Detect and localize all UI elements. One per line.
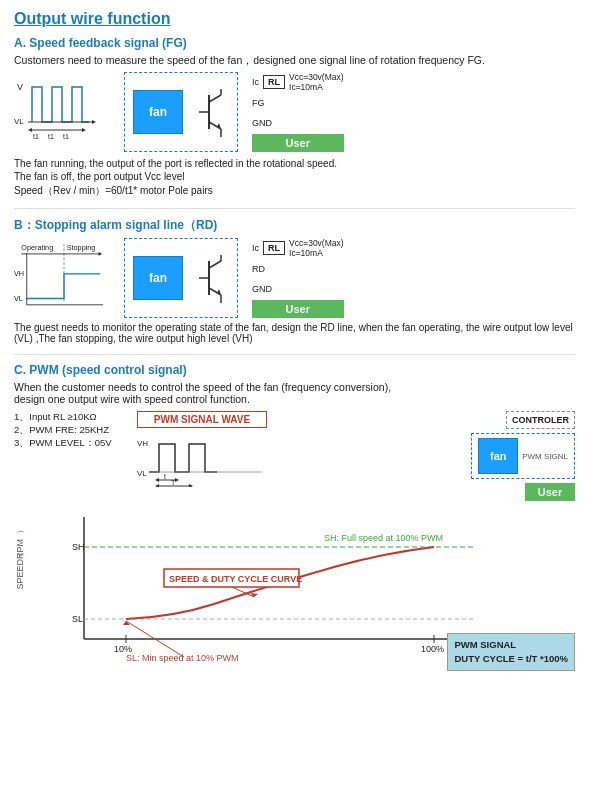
rd-label-b: RD [252, 264, 344, 274]
gnd-label-b: GND [252, 284, 344, 294]
y-axis-label: SPEED（RPM） [14, 539, 27, 590]
svg-marker-21 [99, 252, 103, 256]
svg-marker-40 [155, 484, 159, 487]
fan-label-a: fan [149, 105, 167, 119]
ic-label-b: Ic [252, 243, 259, 253]
speed-curve-container: SPEED（RPM） SH SL 10% 100% Duty [14, 509, 575, 671]
pwm-params: 1、Input RL ≥10KΩ 2、PWM FRE: 25KHZ 3、PWM … [14, 411, 129, 450]
note-a-3: Speed（Rev / min）=60/t1* motor Pole pairs [14, 184, 575, 198]
circuit-c-fan-box: fan PWM SIGNL [471, 433, 575, 479]
user-box-b: User [252, 300, 344, 318]
svg-marker-41 [189, 484, 193, 487]
rl-label-b: RL [268, 243, 280, 253]
section-b-title: B：Stopping alarm signal line（RD) [14, 217, 575, 234]
ic-val-a: Ic=10mA [289, 82, 344, 92]
user-box-c: User [525, 483, 575, 501]
speed-rpm-label: SPEED（RPM） [15, 539, 25, 590]
svg-text:VL: VL [14, 294, 23, 303]
svg-text:SL: SL [72, 614, 83, 624]
page-title: Output wire function [14, 10, 575, 28]
svg-text:T: T [171, 479, 176, 486]
gnd-label-a: GND [252, 118, 344, 128]
pwm-wave-area: PWM SIGNAL WAVE VH VL t T [137, 411, 267, 489]
rl-box-b: RL [263, 241, 285, 255]
svg-marker-58 [250, 593, 258, 597]
section-a: A. Speed feedback signal (FG) Customers … [14, 36, 575, 198]
pwm-badge: PWM SIGNAL DUTY CYCLE = t/T *100% [447, 633, 575, 672]
fan-box-c: fan [478, 438, 518, 474]
section-c: C. PWM (speed control signal) When the c… [14, 363, 575, 671]
pwm-badge-line1: PWM SIGNAL [454, 638, 568, 652]
circuit-a-right: Ic RL Vcc=30v(Max) Ic=10mA FG GND User [252, 72, 344, 152]
section-a-desc: Customers need to measure the speed of t… [14, 54, 575, 68]
ic-val-b: Ic=10mA [289, 248, 344, 258]
note-a-2: The fan is off, the port output Vcc leve… [14, 171, 575, 182]
rl-label-a: RL [268, 77, 280, 87]
pwm-waveform: VH VL t T [137, 432, 267, 487]
svg-text:t1: t1 [33, 133, 39, 140]
waveform-b-diagram: Operating Stopping VH VL [14, 238, 114, 318]
section-a-content: V VL t1 t1 t1 fan [14, 72, 575, 152]
circuit-a-fan-box: fan [124, 72, 238, 152]
svg-marker-9 [92, 120, 96, 124]
svg-text:t1: t1 [48, 133, 54, 140]
svg-text:VL: VL [137, 469, 147, 478]
ic-label-a: Ic [252, 77, 259, 87]
controler-label: CONTROLER [512, 415, 569, 425]
vcc-ic-a: Vcc=30v(Max) Ic=10mA [289, 72, 344, 92]
user-label-a: User [286, 137, 310, 149]
pwm-input3: 3、PWM LEVEL：05V [14, 437, 129, 450]
svg-text:t1: t1 [63, 133, 69, 140]
svg-text:SPEED & DUTY CYCLE CURVE: SPEED & DUTY CYCLE CURVE [169, 574, 302, 584]
pwm-badge-line2: DUTY CYCLE = t/T *100% [454, 652, 568, 666]
pwm-diagram: 1、Input RL ≥10KΩ 2、PWM FRE: 25KHZ 3、PWM … [14, 411, 575, 501]
fan-label-b: fan [149, 271, 167, 285]
svg-line-12 [209, 95, 221, 102]
svg-text:VH: VH [14, 269, 24, 278]
section-b: B：Stopping alarm signal line（RD) Operati… [14, 217, 575, 344]
vcc-ic-b: Vcc=30v(Max) Ic=10mA [289, 238, 344, 258]
fan-label-c: fan [490, 450, 507, 462]
section-c-title: C. PWM (speed control signal) [14, 363, 575, 377]
vcc-label-b: Vcc=30v(Max) [289, 238, 344, 248]
svg-text:VL: VL [14, 117, 24, 126]
svg-text:V: V [17, 82, 23, 92]
pwm-input2: 2、PWM FRE: 25KHZ [14, 424, 129, 437]
controler-box: CONTROLER [506, 411, 575, 429]
section-a-title: A. Speed feedback signal (FG) [14, 36, 575, 50]
user-box-a: User [252, 134, 344, 152]
fg-label-a: FG [252, 98, 344, 108]
svg-text:SH: Full speed at 100% PWM: SH: Full speed at 100% PWM [324, 533, 443, 543]
user-label-b: User [286, 303, 310, 315]
svg-text:t: t [164, 473, 166, 480]
svg-marker-36 [155, 478, 159, 482]
user-label-c: User [538, 486, 562, 498]
fan-box-b: fan [133, 256, 183, 300]
circuit-b-right: Ic RL Vcc=30v(Max) Ic=10mA RD GND User [252, 238, 344, 318]
waveform-a-diagram: V VL t1 t1 t1 [14, 72, 114, 152]
vcc-label-a: Vcc=30v(Max) [289, 72, 344, 82]
pwm-right-area: CONTROLER fan PWM SIGNL User [275, 411, 575, 501]
pwm-signal-label-c: PWM SIGNL [522, 452, 568, 461]
section-c-desc: When the customer needs to control the s… [14, 381, 575, 405]
svg-text:Stopping: Stopping [67, 243, 96, 252]
svg-line-28 [209, 261, 221, 268]
transistor-b [189, 251, 229, 306]
svg-marker-3 [28, 128, 32, 132]
section-b-content: Operating Stopping VH VL fan [14, 238, 575, 318]
pwm-wave-title: PWM SIGNAL WAVE [137, 411, 267, 428]
svg-text:Operating: Operating [21, 243, 53, 252]
svg-text:VH: VH [137, 439, 148, 448]
note-a-1: The fan running, the output of the port … [14, 158, 575, 169]
pwm-input1: 1、Input RL ≥10KΩ [14, 411, 129, 424]
note-b: The guest needs to monitor the operating… [14, 322, 575, 344]
svg-text:SH: SH [72, 542, 85, 552]
fan-box-a: fan [133, 90, 183, 134]
svg-text:SL: Min speed at 10% PWM: SL: Min speed at 10% PWM [126, 653, 239, 663]
svg-marker-37 [175, 478, 179, 482]
svg-marker-4 [82, 128, 86, 132]
svg-text:100%: 100% [421, 644, 444, 654]
section-c-desc-text: When the customer needs to control the s… [14, 381, 391, 405]
circuit-b-fan-box: fan [124, 238, 238, 318]
transistor-a [189, 85, 229, 140]
